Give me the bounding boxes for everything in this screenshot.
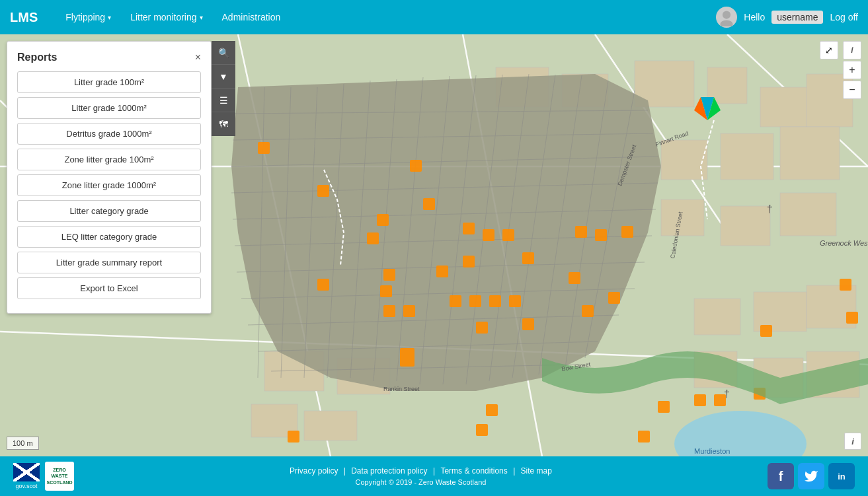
map-toolbar: 🔍 ▼ ☰ 🗺 — [212, 41, 235, 136]
report-button-8[interactable]: Export to Excel — [17, 277, 201, 299]
svg-rect-18 — [780, 127, 840, 180]
footer-link-row: Privacy policy | Data protection policy … — [74, 466, 768, 476]
expand-button[interactable]: ⤢ — [820, 41, 838, 59]
svg-rect-76 — [383, 269, 395, 281]
avatar — [716, 7, 737, 28]
site-map-link[interactable]: Site map — [521, 466, 552, 476]
svg-rect-83 — [595, 229, 607, 241]
twitter-icon — [804, 469, 818, 483]
privacy-policy-link[interactable]: Privacy policy — [290, 466, 338, 476]
svg-rect-80 — [367, 232, 379, 244]
scale-label: 100 m — [13, 439, 33, 447]
linkedin-button[interactable]: in — [828, 463, 855, 489]
header: LMS Flytipping ▾ Litter monitoring ▾ Adm… — [0, 0, 868, 34]
logoff-button[interactable]: Log off — [830, 12, 858, 22]
close-button[interactable]: × — [195, 52, 201, 63]
chevron-down-icon: ▾ — [200, 14, 203, 21]
twitter-button[interactable] — [798, 463, 824, 489]
svg-rect-74 — [476, 322, 488, 334]
report-button-6[interactable]: LEQ litter category grade — [17, 226, 201, 248]
svg-rect-65 — [483, 229, 494, 241]
svg-rect-94 — [846, 312, 858, 324]
svg-rect-93 — [840, 279, 851, 291]
reports-panel: Reports × Litter grade 100m² Litter grad… — [7, 41, 212, 314]
nav-administration[interactable]: Administration — [214, 7, 289, 28]
facebook-icon: f — [779, 469, 783, 484]
svg-text:Murdieston: Murdieston — [694, 447, 730, 455]
svg-rect-82 — [575, 226, 587, 238]
info-icon-bottom: i — [851, 437, 854, 446]
header-right: Hello username Log off — [716, 7, 858, 28]
map-zoom-controls: i + − — [843, 41, 861, 99]
svg-text:Greenock West: Greenock West — [820, 239, 868, 247]
svg-rect-63 — [423, 198, 435, 210]
svg-rect-79 — [403, 305, 415, 317]
footer: gov.scot ZEROWASTESCOTLAND Privacy polic… — [0, 456, 868, 496]
svg-rect-77 — [380, 285, 392, 297]
svg-rect-85 — [569, 272, 580, 284]
zero-waste-logo: ZEROWASTESCOTLAND — [45, 462, 74, 491]
svg-rect-97 — [288, 431, 299, 443]
data-protection-link[interactable]: Data protection policy — [351, 466, 427, 476]
report-button-2[interactable]: Detritus grade 1000m² — [17, 123, 201, 145]
info-bottom-button[interactable]: i — [844, 433, 861, 450]
report-button-7[interactable]: Litter grade summary report — [17, 252, 201, 273]
svg-rect-73 — [509, 295, 521, 307]
svg-rect-31 — [304, 411, 357, 441]
hello-label: Hello — [744, 12, 765, 22]
terms-conditions-link[interactable]: Terms & conditions — [440, 466, 507, 476]
scale-bar: 100 m — [7, 437, 39, 450]
svg-rect-95 — [760, 325, 772, 337]
svg-rect-14 — [760, 87, 813, 127]
svg-text:Rankin Street: Rankin Street — [383, 386, 420, 392]
scotland-flag — [13, 463, 40, 481]
report-button-4[interactable]: Zone litter grade 1000m² — [17, 174, 201, 196]
nav-litter-monitoring[interactable]: Litter monitoring ▾ — [122, 7, 210, 28]
report-button-3[interactable]: Zone litter grade 100m² — [17, 149, 201, 170]
svg-rect-21 — [780, 193, 836, 236]
expand-icon: ⤢ — [825, 45, 833, 55]
main-content: Murdieston Dam Greenock West Finnart Roa… — [0, 34, 868, 456]
reports-header: Reports × — [17, 52, 201, 63]
info-top-button[interactable]: i — [843, 41, 861, 59]
basemap-tool-button[interactable]: 🗺 — [212, 112, 235, 136]
zoom-in-button[interactable]: + — [843, 61, 861, 79]
svg-rect-87 — [582, 305, 594, 317]
svg-rect-96 — [400, 348, 414, 367]
svg-rect-60 — [317, 185, 329, 197]
svg-rect-17 — [721, 133, 773, 180]
svg-rect-90 — [658, 401, 670, 413]
svg-rect-68 — [463, 256, 475, 267]
svg-rect-66 — [502, 229, 514, 241]
svg-rect-84 — [621, 226, 633, 238]
nav-flytipping[interactable]: Flytipping ▾ — [58, 7, 119, 28]
svg-rect-67 — [522, 252, 534, 264]
map-container[interactable]: Murdieston Dam Greenock West Finnart Roa… — [0, 34, 868, 456]
layers-tool-button[interactable]: ☰ — [212, 89, 235, 112]
search-tool-button[interactable]: 🔍 — [212, 41, 235, 65]
report-button-1[interactable]: Litter grade 1000m² — [17, 97, 201, 119]
filter-tool-button[interactable]: ▼ — [212, 65, 235, 89]
zoom-out-button[interactable]: − — [843, 81, 861, 99]
svg-rect-98 — [486, 404, 498, 416]
linkedin-icon: in — [838, 472, 846, 481]
report-button-0[interactable]: Litter grade 100m² — [17, 71, 201, 93]
logo[interactable]: LMS — [10, 10, 38, 25]
svg-rect-92 — [638, 431, 650, 443]
reports-title: Reports — [17, 52, 57, 63]
svg-text:†: † — [767, 203, 773, 215]
svg-rect-69 — [436, 266, 448, 277]
info-icon: i — [851, 46, 853, 55]
gov-scot-logo: gov.scot — [13, 463, 40, 489]
chevron-down-icon: ▾ — [108, 14, 111, 21]
footer-social: f in — [768, 463, 855, 489]
svg-rect-70 — [450, 295, 461, 307]
footer-copyright: Copyright © 2019 - Zero Waste Scotland — [74, 478, 768, 486]
report-button-5[interactable]: Litter category grade — [17, 200, 201, 222]
svg-rect-22 — [694, 299, 740, 335]
separator: | — [344, 466, 348, 476]
gov-text: gov.scot — [16, 483, 38, 489]
facebook-button[interactable]: f — [768, 463, 794, 489]
svg-rect-86 — [608, 292, 620, 304]
svg-rect-61 — [377, 214, 389, 226]
